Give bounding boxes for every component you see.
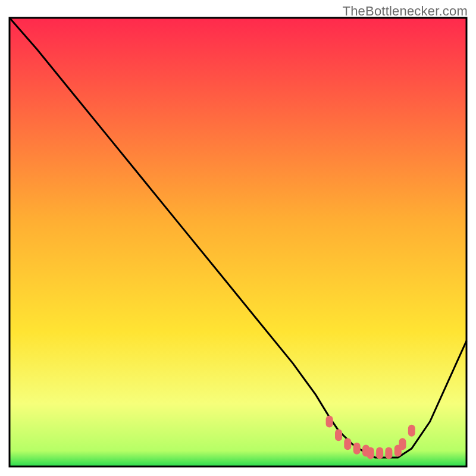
bottleneck-chart [0,0,476,476]
chart-stage: TheBottlenecker.com [0,0,476,476]
bottom-dot [344,438,351,450]
bottom-dot [399,438,406,450]
bottom-dot [353,443,361,455]
watermark-text: TheBottlenecker.com [343,4,468,19]
bottom-dot [376,447,383,459]
bottom-dot [385,447,392,459]
bottom-dot [367,447,374,459]
bottom-dot [408,425,415,437]
bottom-dot [335,429,342,441]
plot-area [10,18,466,466]
bottom-dot [326,416,333,428]
